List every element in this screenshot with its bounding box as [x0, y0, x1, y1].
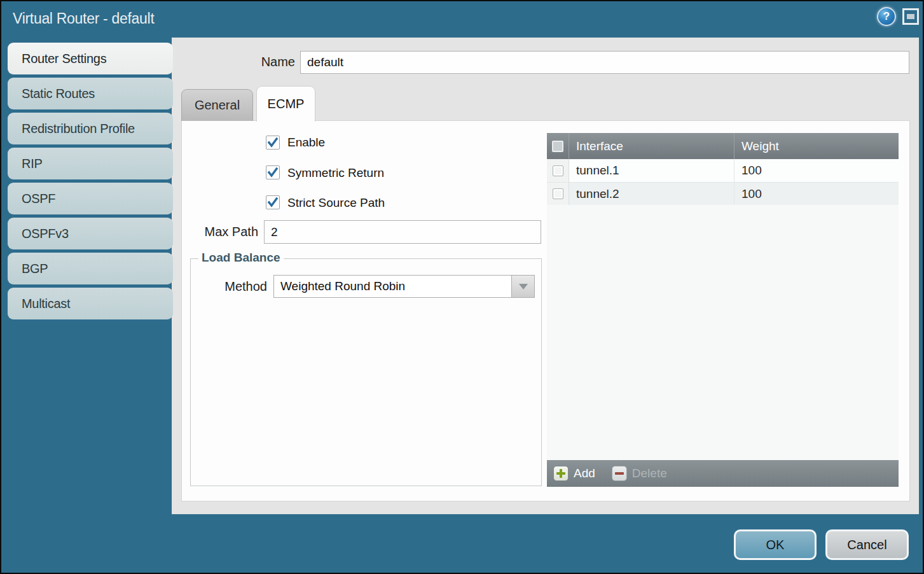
sidebar-item-redistribution-profile[interactable]: Redistribution Profile	[8, 113, 173, 144]
dropdown-button[interactable]	[511, 276, 534, 297]
select-all-checkbox[interactable]	[552, 141, 563, 152]
sidebar-item-router-settings[interactable]: Router Settings	[8, 43, 173, 74]
symmetric-return-label: Symmetric Return	[287, 166, 384, 180]
interface-cell: tunnel.1	[570, 159, 734, 182]
strict-source-path-label: Strict Source Path	[287, 196, 385, 210]
weight-cell: 100	[735, 159, 899, 182]
row-checkbox[interactable]	[553, 165, 563, 176]
add-button[interactable]: Add	[553, 466, 595, 481]
table-footer: Add Delete	[547, 460, 899, 487]
table-row[interactable]: tunnel.2 100	[547, 182, 899, 205]
enable-checkbox[interactable]	[266, 136, 280, 150]
ok-button[interactable]: OK	[734, 529, 817, 560]
row-checkbox-cell	[547, 159, 569, 182]
max-path-label: Max Path	[192, 225, 258, 239]
tab-ecmp[interactable]: ECMP	[256, 86, 315, 122]
name-input[interactable]	[300, 51, 909, 74]
maximize-icon[interactable]	[902, 8, 919, 25]
delete-icon	[612, 466, 627, 481]
method-dropdown-value: Weighted Round Robin	[280, 276, 511, 297]
sidebar-item-static-routes[interactable]: Static Routes	[8, 78, 173, 109]
help-icon[interactable]: ?	[877, 7, 896, 26]
sidebar-item-rip[interactable]: RIP	[8, 148, 173, 179]
weight-cell: 100	[735, 183, 899, 205]
add-button-label: Add	[574, 466, 595, 480]
tab-general[interactable]: General	[181, 89, 253, 121]
load-balance-legend: Load Balance	[198, 251, 284, 265]
checkmark-icon	[267, 167, 279, 178]
dialog-title: Virtual Router - default	[13, 10, 155, 27]
checkmark-icon	[267, 137, 279, 148]
table-header: Interface Weight	[547, 133, 899, 159]
max-path-input[interactable]	[264, 220, 541, 244]
maximize-icon-rect	[907, 14, 914, 19]
title-bar: Virtual Router - default ?	[1, 1, 923, 38]
enable-label: Enable	[287, 136, 325, 150]
chevron-down-icon	[519, 284, 528, 290]
interface-cell: tunnel.2	[570, 183, 734, 205]
delete-button[interactable]: Delete	[612, 466, 667, 481]
delete-button-label: Delete	[632, 466, 667, 480]
row-checkbox[interactable]	[553, 188, 563, 199]
sidebar-item-ospfv3[interactable]: OSPFv3	[8, 218, 173, 249]
weight-column-header[interactable]: Weight	[735, 133, 899, 159]
interface-column-header[interactable]: Interface	[570, 133, 734, 159]
interface-table: Interface Weight tunnel.1 100 tunnel.2 1…	[547, 133, 899, 487]
cancel-button[interactable]: Cancel	[825, 529, 909, 560]
method-label: Method	[211, 279, 267, 294]
sidebar-item-bgp[interactable]: BGP	[8, 253, 173, 284]
strict-source-path-checkbox[interactable]	[266, 195, 280, 209]
symmetric-return-checkbox[interactable]	[266, 165, 280, 179]
sidebar-item-ospf[interactable]: OSPF	[8, 183, 173, 214]
method-dropdown[interactable]: Weighted Round Robin	[273, 275, 535, 298]
virtual-router-dialog: Virtual Router - default ? Router Settin…	[0, 0, 924, 574]
header-checkbox-cell	[547, 133, 569, 159]
sidebar-item-multicast[interactable]: Multicast	[8, 288, 173, 319]
name-label: Name	[211, 55, 295, 69]
add-icon	[553, 466, 569, 481]
help-icon-glyph: ?	[883, 10, 890, 23]
row-checkbox-cell	[547, 183, 569, 205]
checkmark-icon	[267, 197, 279, 208]
table-row[interactable]: tunnel.1 100	[547, 159, 899, 182]
